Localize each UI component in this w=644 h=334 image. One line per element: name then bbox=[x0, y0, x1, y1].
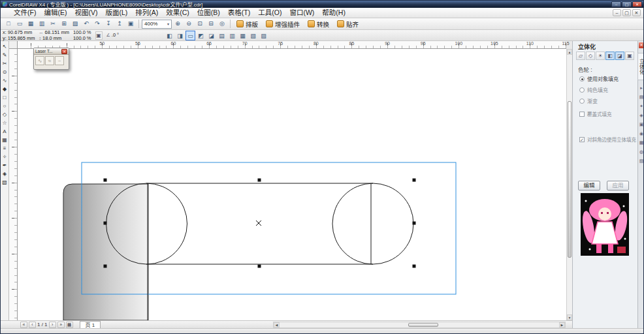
edit-button[interactable]: 编辑 bbox=[578, 181, 600, 190]
checkbox-icon[interactable] bbox=[579, 112, 585, 117]
extrude-checkbox-row[interactable]: 对斜角边使用立体填充 bbox=[579, 136, 636, 143]
menu-item[interactable]: 排列(A) bbox=[131, 8, 162, 18]
zoom-level-select[interactable]: 400% ▾ bbox=[142, 20, 172, 29]
fill-option-row[interactable]: 纯色填充 bbox=[579, 86, 619, 93]
extrude-color-icon[interactable]: ◧ bbox=[605, 52, 615, 60]
print-icon[interactable]: ▥ bbox=[37, 19, 47, 29]
radio-icon[interactable] bbox=[579, 76, 585, 82]
radio-icon[interactable] bbox=[579, 87, 585, 93]
laser-tools-palette[interactable]: Laser T... ✕ ∿≈~ bbox=[33, 48, 69, 70]
docker-collapse-icon[interactable]: ▸ bbox=[639, 85, 644, 91]
menu-item[interactable]: 效果(C) bbox=[162, 8, 193, 18]
paste-icon[interactable]: ▨ bbox=[70, 19, 80, 29]
outline-pen-tool[interactable]: ✒ bbox=[1, 161, 8, 170]
menu-item[interactable]: 位图(B) bbox=[193, 8, 224, 18]
plugin-toolbar-button[interactable]: 转换 bbox=[304, 19, 332, 29]
scroll-up-icon[interactable]: ▲ bbox=[567, 49, 572, 55]
laser-wave-icon[interactable]: ≈ bbox=[45, 56, 54, 65]
doc-minimize-icon[interactable]: – bbox=[613, 9, 621, 16]
gray-panel-shape[interactable] bbox=[63, 184, 148, 320]
vertical-scroll-thumb[interactable] bbox=[568, 101, 572, 258]
horizontal-ruler[interactable]: 50556065707580859095100105110115 bbox=[18, 41, 566, 49]
fill-tool[interactable]: ◈ bbox=[1, 170, 8, 178]
scroll-down-icon[interactable]: ▼ bbox=[567, 314, 572, 320]
rotation-angle-field[interactable]: .0 bbox=[112, 33, 116, 38]
selection-center-mark[interactable] bbox=[256, 220, 261, 226]
scale-h-field[interactable]: 100.0 bbox=[73, 30, 86, 35]
lock-ratio-button[interactable]: ▣ bbox=[95, 31, 103, 40]
export-icon[interactable]: ↥ bbox=[114, 19, 125, 29]
cut-icon[interactable]: ✂ bbox=[48, 19, 58, 29]
plugin-toolbar-button[interactable]: 贴齐 bbox=[334, 19, 362, 29]
doc-restore-icon[interactable]: ▢ bbox=[622, 9, 631, 16]
minimize-button[interactable]: – bbox=[611, 1, 621, 7]
property-bar-button[interactable]: ▭ bbox=[185, 31, 195, 40]
rectangle-tool[interactable]: □ bbox=[1, 93, 8, 102]
object-height-field[interactable]: 18.0 mm bbox=[42, 36, 61, 41]
menu-item[interactable]: 窗口(W) bbox=[285, 8, 318, 18]
property-bar-button[interactable]: ◧ bbox=[165, 31, 174, 40]
right-circle[interactable] bbox=[332, 183, 413, 264]
docker-close-icon[interactable]: ✕ bbox=[639, 42, 644, 48]
color-docker-icon[interactable]: ▤ bbox=[639, 94, 644, 100]
scale-v-field[interactable]: 100.0 bbox=[73, 36, 86, 41]
pan-icon[interactable]: ◎ bbox=[217, 19, 227, 29]
new-icon[interactable]: □ bbox=[3, 19, 14, 29]
basic-shapes-tool[interactable]: ☆ bbox=[1, 119, 8, 127]
property-bar-button[interactable]: ◨ bbox=[175, 31, 185, 40]
interactive-fill-tool[interactable]: ▧ bbox=[1, 178, 8, 187]
previous-page-button[interactable]: ‹ bbox=[29, 322, 36, 328]
laser-line-icon[interactable]: ~ bbox=[55, 56, 64, 65]
fill-docker-icon[interactable]: ◈ bbox=[639, 112, 644, 118]
palette-close-icon[interactable]: ✕ bbox=[61, 49, 67, 54]
docker-tab-extrude[interactable]: 立体化 bbox=[637, 53, 644, 80]
page-tab[interactable]: 页 1 bbox=[80, 321, 101, 328]
plugin-toolbar-button[interactable]: 增强插件 bbox=[263, 19, 303, 29]
menu-item[interactable]: 表格(T) bbox=[224, 8, 254, 18]
laser-curve-icon[interactable]: ∿ bbox=[35, 56, 44, 65]
eyedropper-tool[interactable]: ✧ bbox=[1, 153, 8, 161]
crop-tool[interactable]: ✂ bbox=[1, 59, 8, 68]
x-position-field[interactable]: 90.675 mm bbox=[8, 30, 33, 35]
table-tool[interactable]: ▦ bbox=[1, 136, 8, 144]
next-page-button[interactable]: › bbox=[49, 322, 56, 328]
plugin-toolbar-button[interactable]: 排版 bbox=[233, 19, 261, 29]
property-bar-button[interactable]: ▨ bbox=[259, 31, 268, 40]
page-icon[interactable]: ▦ bbox=[66, 322, 73, 328]
text-tool[interactable]: A bbox=[1, 127, 8, 136]
extrude-camera-icon[interactable]: ▱ bbox=[576, 52, 585, 60]
zoom-in-icon[interactable]: ⊕ bbox=[172, 19, 183, 29]
shape-tool[interactable]: ✎ bbox=[1, 51, 8, 59]
selection-handles[interactable] bbox=[104, 179, 416, 268]
menu-item[interactable]: 编辑(E) bbox=[40, 8, 71, 18]
undo-icon[interactable]: ↶ bbox=[81, 19, 91, 29]
menu-item[interactable]: 帮助(H) bbox=[318, 8, 349, 18]
copy-icon[interactable]: ⊞ bbox=[59, 19, 69, 29]
interactive-blend-tool[interactable]: ≡ bbox=[1, 144, 8, 153]
pattern-docker-icon[interactable]: ▧ bbox=[639, 158, 644, 164]
scroll-left-icon[interactable]: ◀ bbox=[274, 322, 280, 327]
ruler-origin-corner[interactable] bbox=[9, 41, 18, 49]
menu-item[interactable]: 视图(V) bbox=[71, 8, 101, 18]
drawing-canvas[interactable] bbox=[18, 49, 566, 320]
extrude-checkbox-row[interactable]: 覆盖式填充 bbox=[579, 110, 636, 117]
horizontal-scroll-thumb[interactable] bbox=[408, 323, 438, 327]
polygon-tool[interactable]: ◇ bbox=[1, 110, 8, 119]
vertical-scrollbar[interactable]: ▲ ▼ bbox=[566, 49, 572, 320]
property-bar-button[interactable]: ▧ bbox=[248, 31, 258, 40]
freehand-tool[interactable]: ∿ bbox=[1, 76, 8, 85]
import-icon[interactable]: ↧ bbox=[103, 19, 114, 29]
effects-docker-icon[interactable]: ✦ bbox=[639, 103, 644, 109]
property-bar-button[interactable]: ▤ bbox=[217, 31, 227, 40]
property-bar-button[interactable]: ▦ bbox=[238, 31, 248, 40]
scroll-right-icon[interactable]: ▶ bbox=[559, 322, 565, 327]
zoom-tool[interactable]: ⊙ bbox=[1, 68, 8, 76]
maximize-button[interactable]: ▢ bbox=[622, 1, 632, 7]
menu-item[interactable]: 版面(L) bbox=[101, 8, 131, 18]
shape-docker-icon[interactable]: ◍ bbox=[639, 149, 644, 155]
object-width-field[interactable]: 68.151 mm bbox=[45, 30, 70, 35]
ellipse-tool[interactable]: ○ bbox=[1, 102, 8, 110]
close-button[interactable]: ✕ bbox=[632, 1, 642, 7]
radio-icon[interactable] bbox=[579, 99, 585, 104]
object-docker-icon[interactable]: ▣ bbox=[639, 121, 644, 127]
